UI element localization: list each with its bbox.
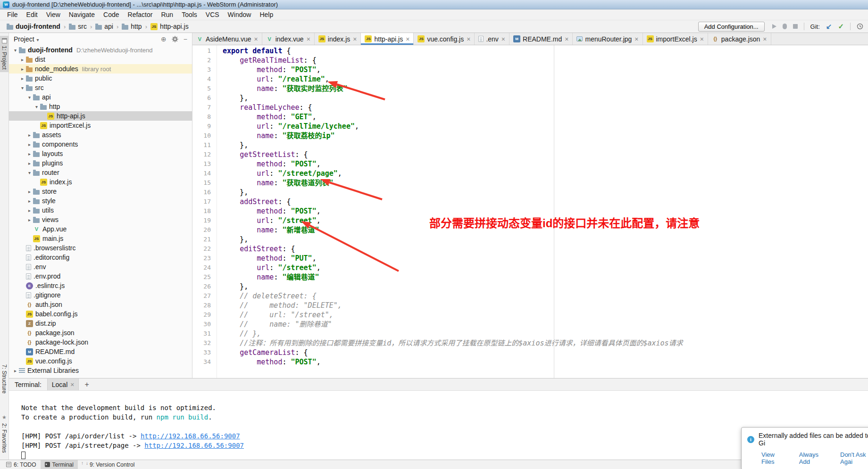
tab-.env[interactable]: .env× [475,33,509,45]
chevron-collapsed-icon[interactable]: ▸ [26,189,33,194]
tree-item-auth.json[interactable]: {}auth.json [9,300,192,309]
chevron-collapsed-icon[interactable]: ▸ [26,161,33,166]
tree-item-babel.config.js[interactable]: JSbabel.config.js [9,309,192,319]
menu-item-window[interactable]: Window [224,10,256,19]
breadcrumb-item-src[interactable]: src [69,23,87,30]
tree-item-components[interactable]: ▸components [9,140,192,149]
close-icon[interactable]: × [565,35,568,43]
settings-gear-icon[interactable] [172,36,178,42]
tree-item-package-lock.json[interactable]: {}package-lock.json [9,337,192,347]
notification-action-view-files[interactable]: View Files [761,451,787,465]
debug-icon[interactable] [783,24,787,29]
chevron-collapsed-icon[interactable]: ▸ [12,368,19,373]
tree-item-node_modules[interactable]: ▸node_moduleslibrary root [9,64,192,74]
tab-package.json[interactable]: {}package.json× [708,33,771,45]
new-terminal-tab-button[interactable]: + [84,380,89,389]
chevron-collapsed-icon[interactable]: ▸ [26,208,33,213]
tree-item-http[interactable]: ▾http [9,102,192,111]
close-icon[interactable]: × [467,35,470,43]
tree-item-readme.md[interactable]: MREADME.md [9,347,192,356]
tab-menurouter.jpg[interactable]: menuRouter.jpg× [573,33,643,45]
run-icon[interactable] [772,24,776,29]
tree-item-.env.prod[interactable]: .env.prod [9,272,192,281]
editor-code[interactable]: export default { getRealTimeList: { meth… [217,45,868,378]
terminal-link[interactable]: http://192.168.66.56:9007 [144,442,244,449]
toolwindow-project-button[interactable]: 1: Project [0,36,8,72]
tree-item-http-api.js[interactable]: JShttp-api.js [9,111,192,121]
tree-item-package.json[interactable]: {}package.json [9,328,192,337]
menu-item-file[interactable]: File [3,10,22,19]
chevron-collapsed-icon[interactable]: ▸ [26,142,33,147]
tree-item-main.js[interactable]: JSmain.js [9,234,192,243]
chevron-collapsed-icon[interactable]: ▸ [19,57,26,62]
close-icon[interactable]: × [70,381,74,388]
close-icon[interactable]: × [634,35,638,43]
chevron-collapsed-icon[interactable]: ▸ [26,217,33,222]
breadcrumb-item-http[interactable]: http [122,23,142,30]
tree-item-views[interactable]: ▸views [9,215,192,224]
tree-item-utils[interactable]: ▸utils [9,206,192,215]
menu-item-navigate[interactable]: Navigate [65,10,99,19]
close-icon[interactable]: × [763,35,767,43]
statusbar-terminal[interactable]: Terminal [41,460,78,469]
chevron-collapsed-icon[interactable]: ▸ [19,66,26,72]
tree-item-src[interactable]: ▾src [9,83,192,92]
close-icon[interactable]: × [501,35,505,43]
breadcrumb-item-duoji-frontend[interactable]: duoji-frontend [7,23,60,30]
tree-item-.env[interactable]: .env [9,262,192,272]
close-icon[interactable]: × [353,35,357,43]
terminal-link[interactable]: http://192.168.66.56:9007 [141,432,240,440]
tree-item-duoji-frontend[interactable]: ▾duoji-frontendD:\zheheWeb\duoji-fronten… [9,45,192,55]
add-configuration-button[interactable]: Add Configuration... [698,22,765,32]
chevron-collapsed-icon[interactable]: ▸ [19,76,26,81]
menu-item-help[interactable]: Help [255,10,277,19]
menu-item-run[interactable]: Run [157,10,177,19]
close-icon[interactable]: × [406,35,409,43]
statusbar-9-version-control[interactable]: 9: Version Control [78,460,139,469]
close-icon[interactable]: × [700,35,704,43]
terminal-output[interactable]: Note that the development build is not o… [9,391,868,460]
menu-item-tools[interactable]: Tools [177,10,201,19]
tree-item-layouts[interactable]: ▸layouts [9,149,192,158]
tree-item-dist[interactable]: ▸dist [9,55,192,64]
git-update-icon[interactable] [826,22,832,31]
tab-index.vue[interactable]: Vindex.vue× [262,33,315,45]
tree-item-plugins[interactable]: ▸plugins [9,158,192,168]
chevron-down-icon[interactable] [34,35,39,43]
tab-readme.md[interactable]: MREADME.md× [509,33,573,45]
tab-http-api.js[interactable]: JShttp-api.js× [361,33,414,45]
tree-item-api[interactable]: ▾api [9,92,192,102]
tree-item-.gitignore[interactable]: .gitignore [9,290,192,300]
close-icon[interactable]: × [307,35,310,43]
toolwindow-favorites-button[interactable]: 2: Favorites [0,410,8,455]
tree-item-.editorconfig[interactable]: .editorconfig [9,253,192,262]
tab-vue.config.js[interactable]: JSvue.config.js× [414,33,475,45]
menu-item-edit[interactable]: Edit [22,10,42,19]
tree-item-style[interactable]: ▸style [9,196,192,206]
menu-item-view[interactable]: View [42,10,65,19]
editor-body[interactable]: 1234567891011121314151617181920212223242… [192,45,868,378]
tree-item-.browserslistrc[interactable]: .browserslistrc [9,243,192,253]
terminal-tab-local[interactable]: Local × [47,378,79,390]
chevron-expanded-icon[interactable]: ▾ [12,48,19,53]
tree-item-router[interactable]: ▾router [9,168,192,177]
tree-item-public[interactable]: ▸public [9,74,192,83]
chevron-collapsed-icon[interactable]: ▸ [26,198,33,204]
menu-item-code[interactable]: Code [99,10,123,19]
tree-item-external-libraries[interactable]: ▸External Libraries [9,366,192,375]
tab-index.js[interactable]: JSindex.js× [315,33,361,45]
tree-item-.eslintrc.js[interactable]: E.eslintrc.js [9,281,192,290]
tree-item-index.js[interactable]: JSindex.js [9,177,192,187]
notification-popup[interactable]: Externally added files can be added to G… [741,427,868,469]
tree-item-store[interactable]: ▸store [9,187,192,196]
tree-item-app.vue[interactable]: VApp.vue [9,224,192,234]
tree-item-dist.zip[interactable]: Zdist.zip [9,319,192,328]
chevron-collapsed-icon[interactable]: ▸ [26,132,33,138]
history-icon[interactable] [857,23,863,30]
toolwindow-structure-button[interactable]: 7: Structure [0,362,8,396]
close-icon[interactable]: × [254,35,258,43]
menu-item-vcs[interactable]: VCS [201,10,224,19]
chevron-expanded-icon[interactable]: ▾ [26,170,33,175]
chevron-collapsed-icon[interactable]: ▸ [26,151,33,156]
notification-action-don-t-ask-agai[interactable]: Don't Ask Agai [840,451,868,465]
